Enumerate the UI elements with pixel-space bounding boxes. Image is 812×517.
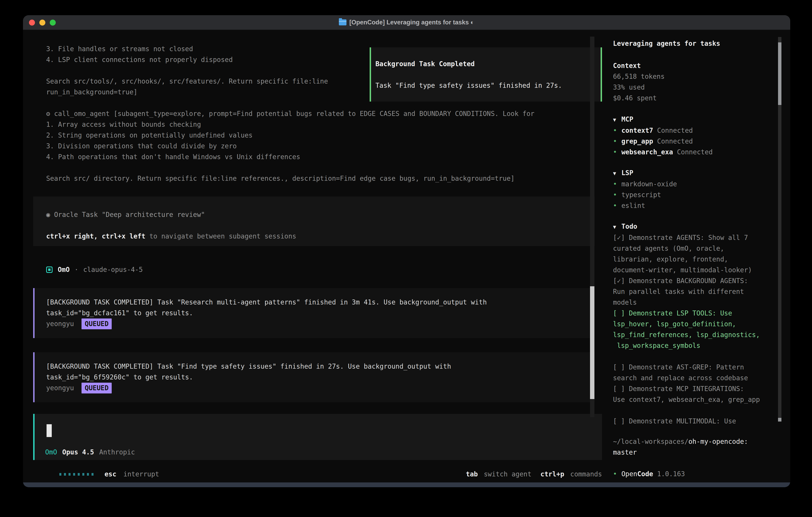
message-user: yeongyu [46,319,74,329]
shortcut-keys: ctrl+x right, ctrl+x left [46,232,145,240]
background-task-message: [BACKGROUND TASK COMPLETED] Task "Resear… [33,288,594,338]
context-spent: $0.46 spent [613,93,771,104]
input-provider-name: Anthropic [99,447,135,458]
todo-item-done: [✓] Demonstrate BACKGROUND AGENTS: Run p… [613,275,771,308]
working-indicator-dots [59,473,93,475]
title-bar: [OpenCode] Leveraging agents for tasks ◐ [23,15,790,30]
folder-icon [339,19,346,25]
status-badge: QUEUED [82,383,112,393]
context-heading: Context [613,60,771,71]
status-bar-right: tab switch agent ctrl+p commands [466,469,602,480]
tab-key-label: switch agent [484,469,531,480]
app-version: OpenCode 1.0.163 [613,469,771,480]
ctrlp-key-hint: ctrl+p [541,469,564,480]
workspace-path: ~/local-workspaces/oh-my-opencode: maste… [613,436,771,458]
message-body: [BACKGROUND TASK COMPLETED] Task "Resear… [46,297,594,319]
main-scrollbar[interactable] [590,36,594,417]
tab-key-hint: tab [466,469,478,480]
message-meta: yeongyu QUEUED [46,319,594,329]
lsp-section-header[interactable]: ▼LSP [613,167,771,179]
workspace-path-prefix: ~/local-workspaces/ [613,438,689,445]
input-agent-name: OmO [45,447,57,458]
lsp-item: typescript [613,190,771,200]
message-meta: yeongyu QUEUED [46,383,594,393]
message-user: yeongyu [46,383,74,393]
sidebar-scrollbar[interactable] [778,37,781,422]
sidebar-scrollbar-endcap [778,418,781,421]
workspace-branch: master [613,447,771,458]
session-title: Leveraging agents for tasks [613,38,771,49]
agent-icon [46,267,53,273]
model-selector-line[interactable]: OmO Opus 4.5 Anthropic [45,447,135,458]
agent-separator: · [75,264,79,275]
mcp-item: websearch_exa Connected [613,147,771,158]
workspace-path-name: oh-my-opencode: [689,438,748,445]
mcp-item: context7 Connected [613,125,771,136]
oracle-task-box: ◉ Oracle Task "Deep architecture review"… [33,196,594,246]
chevron-down-icon: ▼ [613,221,621,232]
app-name: OpenCode [621,470,653,478]
chevron-down-icon: ▼ [613,114,621,125]
main-scrollbar-thumb[interactable] [590,286,594,399]
background-task-message: [BACKGROUND TASK COMPLETED] Task "Find t… [33,352,594,402]
todo-section: ▼Todo [✓] Demonstrate AGENTS: Show all 7… [613,221,771,427]
opencode-window: [OpenCode] Leveraging agents for tasks ◐… [23,15,790,487]
prompt-input[interactable]: OmO Opus 4.5 Anthropic [33,414,602,460]
close-window-button[interactable] [29,20,35,26]
minimize-window-button[interactable] [39,20,46,26]
status-badge: QUEUED [82,319,112,329]
todo-item-pending: [ ] Demonstrate AST-GREP: Pattern search… [613,362,771,383]
lsp-item: eslint [613,200,771,211]
agent-model: claude-opus-4-5 [83,264,143,275]
window-title-text: [OpenCode] Leveraging agents for tasks ◐ [349,19,474,26]
maximize-window-button[interactable] [50,20,56,26]
context-tokens: 66,518 tokens [613,71,771,82]
message-body: [BACKGROUND TASK COMPLETED] Task "Find t… [46,361,594,383]
agent-session-line: OmO · claude-opus-4-5 [46,264,143,275]
ctrlp-key-label: commands [570,469,602,480]
input-model-name: Opus 4.5 [62,447,94,458]
toast-title: Background Task Completed [375,59,597,70]
todo-item-pending: [ ] Demonstrate MULTIMODAL: Use [613,416,771,427]
todo-section-header[interactable]: ▼Todo [613,221,771,232]
sidebar-scrollbar-thumb[interactable] [778,43,781,105]
esc-key-hint: esc [105,469,116,480]
window-title: [OpenCode] Leveraging agents for tasks ◐ [339,19,474,26]
chevron-down-icon: ▼ [613,168,621,179]
todo-item-pending: [ ] Demonstrate MCP INTEGRATIONS: Use co… [613,383,771,405]
context-section: Context 66,518 tokens 33% used $0.46 spe… [613,60,771,104]
subagent-navigation-hint: ctrl+x right, ctrl+x left to navigate be… [46,231,594,242]
shortcut-description: to navigate between subagent sessions [145,232,296,240]
lsp-item: markdown-oxide [613,179,771,190]
oracle-task-line: ◉ Oracle Task "Deep architecture review" [46,209,594,220]
window-footer-strip [23,483,790,487]
todo-item-done: [✓] Demonstrate AGENTS: Show all 7 curat… [613,232,771,275]
background-task-toast[interactable]: Background Task Completed Task "Find typ… [370,47,602,102]
app-version-number: 1.0.163 [657,470,685,478]
toast-body: Task "Find type safety issues" finished … [375,80,597,91]
agent-name: OmO [58,264,70,275]
todo-item-active: [ ] Demonstrate LSP TOOLS: Use lsp_hover… [613,308,771,351]
esc-key-label: interrupt [123,469,159,480]
mcp-section-header[interactable]: ▼MCP [613,114,771,125]
lsp-section: ▼LSP markdown-oxide typescript eslint [613,167,771,211]
text-cursor [47,424,52,437]
context-used: 33% used [613,82,771,93]
status-bar: esc interrupt tab switch agent ctrl+p co… [46,469,602,480]
mcp-section: ▼MCP context7 Connected grep_app Connect… [613,114,771,158]
mcp-item: grep_app Connected [613,136,771,147]
